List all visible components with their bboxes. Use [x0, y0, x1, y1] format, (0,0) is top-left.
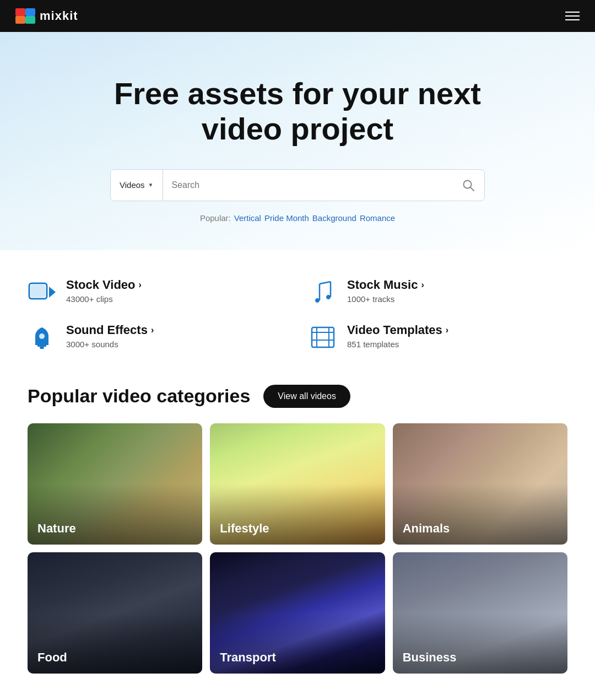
svg-marker-8: [49, 287, 56, 298]
svg-rect-1: [25, 8, 35, 16]
sound-effects-chevron-icon: ›: [151, 325, 154, 335]
svg-rect-16: [312, 327, 334, 347]
logo[interactable]: mixkit: [15, 8, 78, 24]
popular-link-romance[interactable]: Romance: [360, 213, 395, 223]
svg-rect-2: [15, 16, 25, 24]
category-card-transport[interactable]: Transport: [210, 552, 385, 674]
video-templates-subtitle: 851 templates: [347, 340, 448, 349]
video-templates-chevron-icon: ›: [446, 325, 448, 335]
popular-link-vertical[interactable]: Vertical: [234, 213, 261, 223]
logo-text: mixkit: [40, 9, 78, 23]
search-type-label: Videos: [120, 180, 145, 190]
hero-heading: Free assets for your next video project: [88, 76, 507, 147]
sound-effects-subtitle: 3000+ sounds: [66, 340, 154, 349]
popular-searches: Popular: Vertical Pride Month Background…: [88, 213, 507, 223]
category-card-nature[interactable]: Nature: [28, 423, 202, 545]
asset-video-templates[interactable]: Video Templates › 851 templates: [309, 317, 567, 357]
lifestyle-label: Lifestyle: [220, 521, 269, 536]
categories-title: Popular video categories: [28, 385, 250, 407]
stock-music-title: Stock Music: [347, 278, 418, 292]
stock-music-icon: [309, 278, 337, 306]
animals-label: Animals: [403, 521, 450, 536]
stock-video-icon: [28, 278, 56, 306]
search-input[interactable]: [163, 180, 453, 190]
stock-video-chevron-icon: ›: [139, 280, 142, 290]
hamburger-button[interactable]: [565, 12, 580, 20]
food-label: Food: [37, 650, 67, 665]
popular-link-pride-month[interactable]: Pride Month: [264, 213, 309, 223]
business-label: Business: [403, 650, 457, 665]
search-icon: [462, 179, 474, 191]
popular-label: Popular:: [200, 213, 231, 223]
nature-label: Nature: [37, 521, 76, 536]
popular-link-background[interactable]: Background: [312, 213, 356, 223]
category-card-lifestyle[interactable]: Lifestyle: [210, 423, 385, 545]
category-card-animals[interactable]: Animals: [393, 423, 567, 545]
categories-header: Popular video categories View all videos: [28, 385, 567, 408]
search-button[interactable]: [452, 179, 484, 191]
view-all-videos-button[interactable]: View all videos: [263, 385, 350, 408]
logo-icon: [15, 8, 35, 24]
asset-sound-effects[interactable]: Sound Effects › 3000+ sounds: [28, 317, 286, 357]
svg-rect-19: [316, 327, 317, 347]
stock-music-subtitle: 1000+ tracks: [347, 294, 424, 304]
stock-music-chevron-icon: ›: [421, 280, 424, 290]
svg-rect-13: [37, 344, 46, 347]
search-type-dropdown[interactable]: Videos ▼: [111, 170, 163, 201]
stock-video-title: Stock Video: [66, 278, 136, 292]
main-content: Stock Video › 43000+ clips Stock Musi: [0, 250, 595, 674]
video-templates-icon: [309, 323, 337, 352]
asset-stock-music[interactable]: Stock Music › 1000+ tracks: [309, 272, 567, 312]
asset-stock-video[interactable]: Stock Video › 43000+ clips: [28, 272, 286, 312]
svg-point-15: [39, 333, 45, 339]
video-templates-title: Video Templates: [347, 323, 442, 337]
category-card-food[interactable]: Food: [28, 552, 202, 674]
svg-rect-7: [31, 285, 45, 297]
svg-rect-20: [328, 327, 329, 347]
dropdown-arrow-icon: ▼: [148, 182, 154, 188]
search-bar: Videos ▼: [110, 169, 485, 201]
svg-line-5: [470, 187, 474, 191]
svg-rect-14: [40, 347, 44, 349]
hero-section: Free assets for your next video project …: [0, 32, 595, 250]
video-grid: Nature Lifestyle Animals Food Transport: [28, 423, 567, 674]
asset-grid: Stock Video › 43000+ clips Stock Musi: [28, 272, 567, 357]
svg-rect-3: [25, 16, 35, 24]
stock-video-subtitle: 43000+ clips: [66, 294, 142, 304]
svg-rect-0: [15, 8, 25, 16]
category-card-business[interactable]: Business: [393, 552, 567, 674]
transport-label: Transport: [220, 650, 275, 665]
svg-rect-17: [312, 332, 334, 333]
svg-rect-18: [312, 340, 334, 341]
svg-line-12: [320, 282, 331, 284]
sound-effects-title: Sound Effects: [66, 323, 148, 337]
navbar: mixkit: [0, 0, 595, 32]
sound-effects-icon: [28, 323, 56, 352]
